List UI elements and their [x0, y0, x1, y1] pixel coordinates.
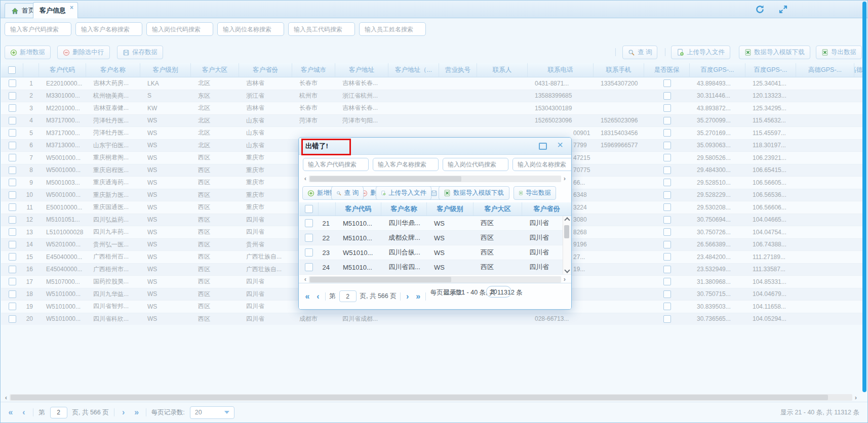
row-checkbox[interactable] — [9, 253, 16, 261]
scrollbar-track[interactable] — [309, 176, 561, 182]
row-checkbox[interactable] — [9, 191, 16, 199]
dialog-close-icon[interactable]: × — [557, 139, 563, 151]
dialog-title-bar[interactable]: 出错了! × — [299, 138, 571, 155]
row-checkbox[interactable] — [9, 203, 16, 211]
row-checkbox[interactable] — [9, 278, 16, 285]
table-row[interactable]: 2M3301000...杭州物美商...S东区浙江省杭州市浙江省杭州...135… — [1, 90, 865, 103]
delete-rows-button[interactable]: 删除选中行 — [57, 46, 110, 59]
row-checkbox[interactable] — [9, 92, 16, 100]
row-checkbox[interactable] — [9, 79, 16, 87]
dialog-vertical-scrollbar[interactable] — [563, 216, 571, 274]
row-checkbox[interactable] — [663, 104, 671, 112]
row-checkbox[interactable] — [663, 278, 671, 285]
first-page-button[interactable]: « — [7, 408, 15, 417]
row-checkbox[interactable] — [9, 104, 16, 112]
row-checkbox[interactable] — [663, 129, 671, 137]
maximize-icon[interactable] — [539, 143, 547, 150]
scroll-right-icon[interactable]: › — [561, 276, 568, 283]
export-data-button[interactable]: 导出数据 — [514, 186, 556, 200]
row-checkbox[interactable] — [663, 179, 671, 186]
row-checkbox[interactable] — [663, 216, 671, 224]
row-checkbox[interactable] — [9, 266, 16, 273]
scroll-left-icon[interactable]: ‹ — [302, 276, 309, 283]
table-row[interactable]: 1E22010000...吉林大药房...LKA北区吉林省长春市吉林省长春...… — [1, 77, 865, 90]
upload-import-button[interactable]: 上传导入文件 — [376, 186, 431, 200]
horizontal-scrollbar[interactable]: ‹ › — [3, 394, 859, 401]
dialog-search-customer-name-input[interactable] — [373, 158, 439, 171]
table-row[interactable]: 20W5101000...四川省科欣...WS西区四川省成都市四川省成都...0… — [1, 313, 865, 325]
scrollbar-track[interactable] — [10, 394, 852, 401]
search-customer-name-input[interactable] — [75, 22, 142, 36]
expand-icon[interactable] — [778, 5, 788, 14]
scrollbar-thumb[interactable] — [564, 225, 569, 238]
template-download-button[interactable]: 数据导入模版下载 — [439, 186, 509, 200]
row-checkbox[interactable] — [663, 266, 671, 273]
row-checkbox[interactable] — [9, 216, 16, 224]
row-checkbox[interactable] — [663, 203, 671, 211]
row-checkbox[interactable] — [663, 290, 671, 298]
scrollbar-thumb[interactable] — [310, 277, 451, 282]
select-all-checkbox[interactable] — [305, 205, 313, 213]
row-checkbox[interactable] — [9, 290, 16, 298]
row-checkbox[interactable] — [9, 142, 16, 149]
dialog-search-position-code-input[interactable] — [443, 158, 508, 171]
prev-page-button[interactable]: ‹ — [314, 292, 322, 301]
row-checkbox[interactable] — [9, 129, 16, 137]
search-customer-code-input[interactable] — [5, 22, 71, 36]
row-checkbox[interactable] — [9, 228, 16, 236]
row-checkbox[interactable] — [663, 253, 671, 261]
row-checkbox[interactable] — [9, 166, 16, 174]
next-page-button[interactable]: › — [404, 292, 411, 301]
row-checkbox[interactable] — [663, 191, 671, 199]
last-page-button[interactable]: » — [415, 292, 422, 301]
template-download-button[interactable]: 数据导入模版下载 — [739, 46, 810, 59]
row-checkbox[interactable] — [305, 219, 313, 227]
row-checkbox[interactable] — [663, 154, 671, 161]
scrollbar-thumb[interactable] — [11, 395, 828, 400]
scroll-up-icon[interactable] — [564, 217, 570, 223]
search-employee-name-input[interactable] — [359, 22, 426, 36]
export-data-button[interactable]: 导出数据 — [816, 46, 862, 59]
table-row[interactable]: 21M51010...四川华鼎...WS西区四川省 — [299, 216, 572, 231]
table-row[interactable]: 23W51010...四川合纵...WS西区四川省 — [299, 245, 572, 260]
first-page-button[interactable]: « — [304, 292, 311, 301]
table-row[interactable]: 4M3717000...菏泽牡丹医...WS北区山东省菏泽市菏泽市句阳...15… — [1, 115, 865, 128]
row-checkbox[interactable] — [663, 79, 671, 87]
row-checkbox[interactable] — [9, 241, 16, 248]
row-checkbox[interactable] — [663, 228, 671, 236]
table-row[interactable]: 22M51010...成都众牌...WS西区四川省 — [299, 231, 572, 245]
scroll-left-icon[interactable]: ‹ — [302, 175, 309, 182]
scroll-down-icon[interactable] — [564, 267, 570, 273]
row-checkbox[interactable] — [9, 303, 16, 310]
search-position-name-input[interactable] — [217, 22, 284, 36]
dialog-search-customer-code-input[interactable] — [303, 158, 369, 171]
table-row[interactable]: 24M51010...四川省四...WS西区四川省 — [299, 260, 572, 275]
row-checkbox[interactable] — [663, 117, 671, 124]
search-employee-code-input[interactable] — [288, 22, 355, 36]
row-checkbox[interactable] — [663, 166, 671, 174]
scroll-left-icon[interactable]: ‹ — [3, 394, 10, 401]
prev-page-button[interactable]: ‹ — [20, 408, 28, 417]
dialog-horizontal-scrollbar-bottom[interactable]: ‹ › — [302, 276, 568, 283]
last-page-button[interactable]: » — [133, 408, 141, 417]
row-checkbox[interactable] — [663, 92, 671, 100]
row-checkbox[interactable] — [305, 248, 313, 257]
refresh-icon[interactable] — [755, 5, 765, 14]
scrollbar-thumb[interactable] — [310, 176, 461, 182]
table-row[interactable]: 3M2201000...吉林亚泰健...KW北区吉林省长春市吉林省长春...15… — [1, 102, 865, 115]
page-number-input[interactable] — [50, 407, 67, 418]
dialog-search-position-name-input[interactable] — [512, 158, 572, 171]
row-checkbox[interactable] — [9, 117, 16, 124]
row-checkbox[interactable] — [305, 263, 313, 271]
row-checkbox[interactable] — [9, 179, 16, 186]
row-checkbox[interactable] — [9, 315, 16, 323]
query-button[interactable]: 查 询 — [331, 186, 364, 200]
per-page-select[interactable]: 20 — [190, 406, 234, 419]
upload-import-button[interactable]: 上传导入文件 — [671, 46, 730, 59]
scrollbar-track[interactable] — [309, 276, 561, 283]
row-checkbox[interactable] — [663, 241, 671, 248]
query-button[interactable]: 查 询 — [622, 46, 657, 59]
row-checkbox[interactable] — [305, 234, 313, 242]
save-data-button[interactable]: 保存数据 — [117, 46, 163, 59]
scroll-right-icon[interactable]: › — [852, 394, 859, 401]
